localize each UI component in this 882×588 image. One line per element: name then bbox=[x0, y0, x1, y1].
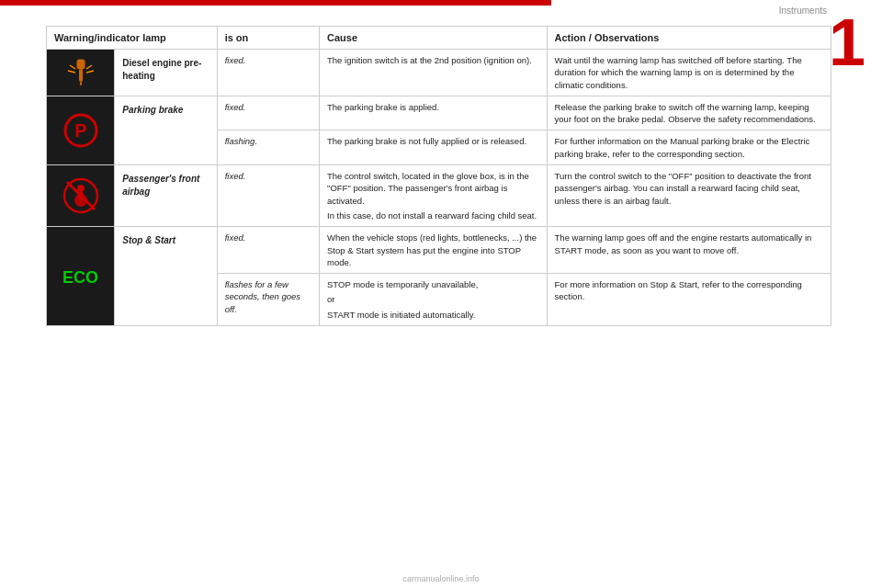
parking-icon-cell: P bbox=[47, 96, 115, 164]
svg-text:P: P bbox=[74, 120, 86, 141]
parking-action-1: Release the parking brake to switch off … bbox=[547, 96, 831, 130]
eco-stop-start-icon: ECO bbox=[61, 266, 101, 287]
col-header-ison: is on bbox=[217, 27, 319, 50]
stopstart-cause-2: STOP mode is temporarily unavailable, or… bbox=[320, 274, 548, 326]
airbag-ison: fixed. bbox=[217, 165, 319, 227]
table-row: P Parking brake fixed. The parking brake… bbox=[47, 96, 831, 130]
diesel-engine-icon bbox=[51, 58, 110, 87]
instruments-table: Warning/indicator lamp is on Cause Actio… bbox=[46, 26, 831, 326]
diesel-label: Diesel engine pre-heating bbox=[122, 58, 201, 81]
stopstart-lamp-name: Stop & Start bbox=[115, 227, 217, 326]
svg-line-6 bbox=[86, 71, 94, 73]
diesel-svg bbox=[64, 58, 97, 87]
table-row: Passenger's front airbag fixed. The cont… bbox=[47, 165, 831, 227]
col-header-lamp: Warning/indicator lamp bbox=[47, 27, 218, 50]
instruments-table-container: Warning/indicator lamp is on Cause Actio… bbox=[46, 26, 831, 560]
airbag-action: Turn the control switch to the "OFF" pos… bbox=[547, 165, 831, 227]
svg-line-3 bbox=[70, 65, 75, 69]
col-header-action: Action / Observations bbox=[547, 27, 831, 50]
stopstart-action-1: The warning lamp goes off and the engine… bbox=[547, 227, 831, 274]
top-red-bar bbox=[0, 0, 551, 6]
table-header-row: Warning/indicator lamp is on Cause Actio… bbox=[47, 27, 831, 50]
stopstart-cause-1: When the vehicle stops (red lights, bott… bbox=[320, 227, 548, 274]
stopstart-action-2: For more information on Stop & Start, re… bbox=[547, 274, 831, 326]
airbag-cause-text: The control switch, located in the glove… bbox=[327, 170, 539, 207]
stopstart-ison-2: flashes for a few seconds, then goes off… bbox=[217, 274, 319, 326]
stopstart-cause-text1: STOP mode is temporarily unavailable, bbox=[327, 278, 539, 290]
stopstart-cause-text2: or bbox=[327, 293, 539, 305]
parking-lamp-name: Parking brake bbox=[115, 96, 217, 164]
stopstart-cause-text3: START mode is initiated automatically. bbox=[327, 309, 539, 321]
diesel-lamp-name: Diesel engine pre-heating bbox=[115, 50, 217, 96]
col-header-cause: Cause bbox=[320, 27, 548, 50]
table-row: Diesel engine pre-heating fixed. The ign… bbox=[47, 50, 831, 96]
svg-rect-1 bbox=[79, 69, 83, 82]
svg-line-5 bbox=[68, 71, 75, 73]
parking-cause-1: The parking brake is applied. bbox=[320, 96, 548, 130]
diesel-action: Wait until the warning lamp has switched… bbox=[547, 50, 831, 96]
diesel-cause: The ignition switch is at the 2nd positi… bbox=[320, 50, 548, 96]
watermark: carmanualonline.info bbox=[402, 574, 479, 583]
svg-rect-0 bbox=[77, 60, 85, 69]
parking-brake-icon: P bbox=[62, 112, 99, 149]
airbag-lamp-name: Passenger's front airbag bbox=[115, 165, 217, 227]
diesel-icon-cell bbox=[47, 50, 115, 96]
parking-cause-2: The parking brake is not fully applied o… bbox=[320, 130, 548, 165]
eco-icon-cell: ECO bbox=[47, 227, 115, 326]
svg-line-4 bbox=[86, 65, 92, 69]
stopstart-ison-1: fixed. bbox=[217, 227, 319, 274]
parking-action-2: For further information on the Manual pa… bbox=[547, 130, 831, 165]
airbag-cause: The control switch, located in the glove… bbox=[320, 165, 548, 227]
table-row: ECO Stop & Start fixed. When the vehicle… bbox=[47, 227, 831, 274]
airbag-cause-note: In this case, do not install a rearward … bbox=[327, 209, 539, 221]
airbag-icon-cell bbox=[47, 165, 115, 227]
svg-rect-2 bbox=[80, 82, 82, 85]
passenger-airbag-icon bbox=[62, 176, 100, 215]
diesel-ison: fixed. bbox=[217, 50, 319, 96]
section-label: Instruments bbox=[779, 6, 827, 16]
parking-ison-2: flashing. bbox=[217, 130, 319, 165]
svg-point-10 bbox=[77, 185, 85, 192]
parking-ison-1: fixed. bbox=[217, 96, 319, 130]
chapter-number: 1 bbox=[829, 9, 865, 75]
svg-text:ECO: ECO bbox=[62, 268, 98, 287]
